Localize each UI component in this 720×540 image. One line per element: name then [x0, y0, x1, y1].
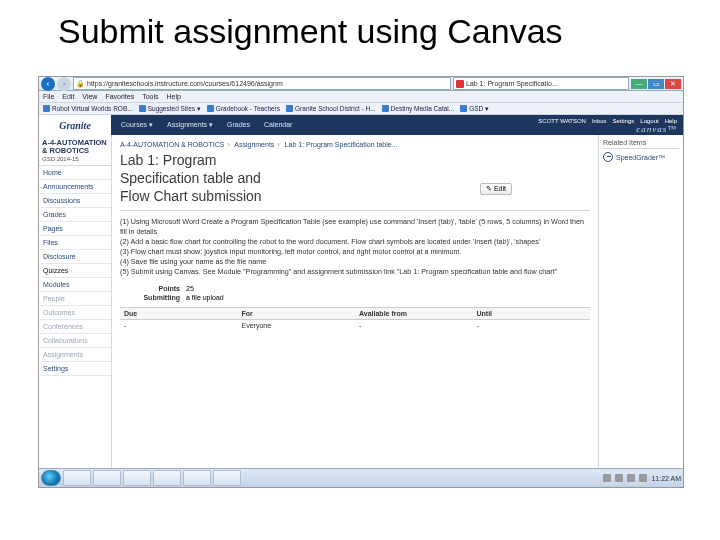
course-nav: A-4-AUTOMATION & ROBOTICS GSD 2014-15 Ho…	[39, 135, 112, 477]
link-inbox[interactable]: Inbox	[592, 117, 607, 125]
link-settings[interactable]: Settings	[613, 117, 635, 125]
points-label: Points	[120, 285, 180, 292]
points-value: 25	[186, 285, 194, 292]
user-name: SCOTT WATSON	[538, 117, 586, 125]
district-logo[interactable]: Granite	[39, 115, 111, 135]
assignment-meta: Points25 Submittinga file upload	[120, 285, 590, 301]
instruction-line: (4) Save file using your name as the fil…	[120, 257, 590, 267]
lock-icon: 🔒	[76, 78, 85, 89]
col-for: For	[238, 308, 356, 319]
due-table-header: Due For Available from Until	[120, 307, 590, 320]
col-available: Available from	[355, 308, 473, 319]
menu-file[interactable]: File	[43, 93, 54, 100]
taskbar-button[interactable]	[63, 470, 91, 486]
menu-favorites[interactable]: Favorites	[105, 93, 134, 100]
nav-disclosure[interactable]: Disclosure	[39, 250, 111, 264]
menu-view[interactable]: View	[82, 93, 97, 100]
nav-discussions[interactable]: Discussions	[39, 194, 111, 208]
main-content: A-4-AUTOMATION & ROBOTICS› Assignments› …	[112, 135, 598, 477]
instruction-line: (3) Flow chart must show: joystick input…	[120, 247, 590, 257]
nav-assignments[interactable]: Assignments ▾	[167, 121, 213, 129]
address-bar[interactable]: 🔒 https://graniteschools.instructure.com…	[73, 77, 451, 90]
nav-outcomes[interactable]: Outcomes	[39, 306, 111, 320]
due-table-row: - Everyone - -	[120, 320, 590, 331]
nav-files[interactable]: Files	[39, 236, 111, 250]
tray-icon[interactable]	[615, 474, 623, 482]
nav-people[interactable]: People	[39, 292, 111, 306]
taskbar-button[interactable]	[153, 470, 181, 486]
course-term: GSD 2014-15	[42, 156, 79, 162]
cell-available: -	[355, 320, 473, 331]
clock[interactable]: 11:22 AM	[651, 475, 681, 482]
back-button[interactable]: ‹	[41, 77, 55, 91]
window-buttons: — ▭ ✕	[631, 79, 681, 89]
menu-edit[interactable]: Edit	[62, 93, 74, 100]
minimize-button[interactable]: —	[631, 79, 647, 89]
tray-icon[interactable]	[603, 474, 611, 482]
nav-pages[interactable]: Pages	[39, 222, 111, 236]
assignment-title: Specification table and	[120, 170, 590, 186]
tray-icon[interactable]	[639, 474, 647, 482]
start-button[interactable]	[41, 470, 61, 486]
course-code: A-4-AUTOMATION & ROBOTICS	[42, 139, 108, 155]
canvas-brand: canvas™	[636, 125, 677, 133]
nav-calendar[interactable]: Calendar	[264, 121, 292, 129]
favorite-icon	[139, 105, 146, 112]
nav-collaborations[interactable]: Collaborations	[39, 334, 111, 348]
favorite-link[interactable]: Robot Virtual Worlds ROB...	[43, 105, 133, 112]
forward-button[interactable]: ›	[57, 77, 71, 91]
nav-announcements[interactable]: Announcements	[39, 180, 111, 194]
browser-menu-bar: File Edit View Favorites Tools Help	[39, 91, 683, 103]
instruction-line: (1) Using Microsoft Word Create a Progra…	[120, 217, 590, 237]
favorite-icon	[382, 105, 389, 112]
favorite-icon	[460, 105, 467, 112]
taskbar-button[interactable]	[123, 470, 151, 486]
maximize-button[interactable]: ▭	[648, 79, 664, 89]
favorite-link[interactable]: GSD ▾	[460, 105, 489, 113]
nav-grades[interactable]: Grades	[39, 208, 111, 222]
canvas-global-nav: Courses ▾ Assignments ▾ Grades Calendar	[121, 121, 292, 129]
browser-tab[interactable]: Lab 1: Program Specificatio...	[453, 77, 629, 90]
speedgrader-icon	[603, 152, 613, 162]
favorite-link[interactable]: Gradebook - Teachers	[207, 105, 280, 112]
cell-until: -	[473, 320, 591, 331]
favorite-link[interactable]: Suggested Sites ▾	[139, 105, 201, 113]
assignment-instructions: (1) Using Microsoft Word Create a Progra…	[120, 217, 590, 277]
nav-quizzes[interactable]: Quizzes	[39, 264, 111, 278]
menu-tools[interactable]: Tools	[142, 93, 158, 100]
crumb-course[interactable]: A-4-AUTOMATION & ROBOTICS	[120, 141, 224, 148]
assignment-title: Lab 1: Program	[120, 152, 590, 168]
taskbar-button[interactable]	[213, 470, 241, 486]
taskbar-button[interactable]	[93, 470, 121, 486]
speedgrader-link[interactable]: SpeedGrader™	[603, 152, 679, 162]
crumb-assignments[interactable]: Assignments	[234, 141, 274, 148]
assignment-title: Flow Chart submission	[120, 188, 590, 204]
edit-button[interactable]: ✎ Edit	[480, 183, 512, 195]
tray-icon[interactable]	[627, 474, 635, 482]
favorite-link[interactable]: Destiny Media Catal...	[382, 105, 455, 112]
slide-title: Submit assignment using Canvas	[0, 0, 720, 55]
nav-settings[interactable]: Settings	[39, 362, 111, 376]
close-button[interactable]: ✕	[665, 79, 681, 89]
submitting-label: Submitting	[120, 294, 180, 301]
nav-conferences[interactable]: Conferences	[39, 320, 111, 334]
nav-courses[interactable]: Courses ▾	[121, 121, 153, 129]
col-due: Due	[120, 308, 238, 319]
menu-help[interactable]: Help	[167, 93, 181, 100]
nav-grades[interactable]: Grades	[227, 121, 250, 129]
related-sidebar: Related Items SpeedGrader™	[598, 135, 683, 477]
favorite-icon	[43, 105, 50, 112]
favorite-icon	[207, 105, 214, 112]
tab-favicon-icon	[456, 80, 464, 88]
favorite-link[interactable]: Granite School District - H...	[286, 105, 376, 112]
instruction-line: (2) Add a basic flow chart for controlli…	[120, 237, 590, 247]
nav-home[interactable]: Home	[39, 166, 111, 180]
related-heading: Related Items	[603, 139, 679, 149]
nav-modules[interactable]: Modules	[39, 278, 111, 292]
url-text: https://graniteschools.instructure.com/c…	[87, 78, 283, 89]
canvas-header: Granite Courses ▾ Assignments ▾ Grades C…	[39, 115, 683, 135]
screenshot-window: ‹ › 🔒 https://graniteschools.instructure…	[38, 76, 684, 488]
taskbar-button[interactable]	[183, 470, 211, 486]
favorite-icon	[286, 105, 293, 112]
nav-assignments-link[interactable]: Assignments	[39, 348, 111, 362]
